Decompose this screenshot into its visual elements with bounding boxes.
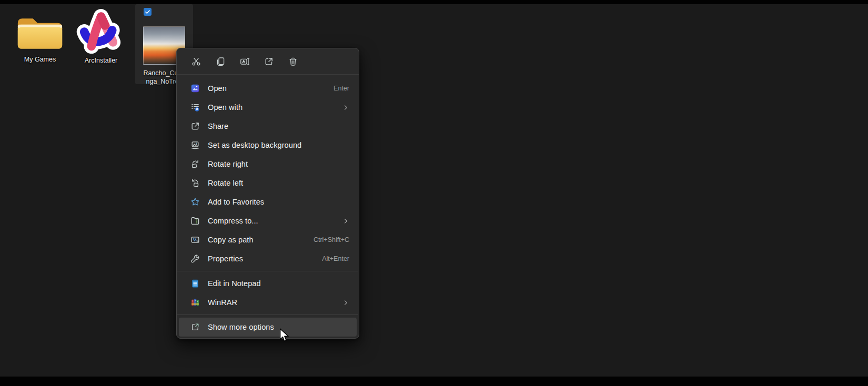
menu-item-label: Show more options: [208, 323, 349, 331]
menu-item-label: Set as desktop background: [208, 141, 349, 149]
menu-item-label: Open: [208, 84, 334, 93]
cut-icon: [191, 56, 201, 67]
menu-item-label: Add to Favorites: [208, 198, 349, 206]
menu-item-show-more-options[interactable]: Show more options: [179, 318, 357, 337]
chevron-right-icon: [342, 104, 349, 111]
rotate-left-icon: [190, 178, 200, 188]
menu-item-rotate-left[interactable]: Rotate left: [179, 174, 357, 192]
menu-item-label: Rotate right: [208, 160, 349, 168]
menu-item-label: Share: [208, 122, 349, 130]
menu-item-set-as-desktop-background[interactable]: Set as desktop background: [179, 136, 357, 155]
menu-item-shortcut: Enter: [334, 85, 349, 92]
arc-logo-icon: [76, 5, 126, 54]
menu-separator: [177, 271, 358, 271]
menu-item-shortcut: Ctrl+Shift+C: [314, 236, 349, 243]
menu-item-properties[interactable]: Properties Alt+Enter: [179, 249, 357, 268]
share-button[interactable]: [261, 54, 277, 69]
menu-item-copy-as-path[interactable]: Copy as path Ctrl+Shift+C: [179, 230, 357, 249]
rename-button[interactable]: [237, 54, 253, 69]
mouse-cursor: [279, 328, 289, 342]
menu-item-edit-in-notepad[interactable]: Edit in Notepad: [179, 274, 357, 293]
winrar-icon: [190, 297, 200, 308]
menu-item-add-to-favorites[interactable]: Add to Favorites: [179, 192, 357, 211]
delete-icon: [288, 56, 298, 67]
set-background-icon: [190, 140, 200, 150]
menu-item-label: Edit in Notepad: [208, 279, 349, 288]
share-icon: [264, 56, 274, 67]
context-menu-toolbar: [177, 48, 359, 75]
menu-item-shortcut: Alt+Enter: [322, 255, 349, 262]
menu-item-label: Rotate left: [208, 179, 349, 187]
desktop-background[interactable]: My Games ArcInstaller: [0, 4, 868, 377]
menu-separator: [177, 314, 358, 315]
folder-icon: [16, 12, 64, 53]
photos-app-icon: [190, 83, 200, 94]
menu-item-label: Open with: [208, 103, 338, 111]
cut-button[interactable]: [188, 54, 204, 69]
screen: My Games ArcInstaller: [0, 0, 868, 386]
chevron-right-icon: [342, 299, 349, 306]
menu-item-open[interactable]: Open Enter: [179, 79, 357, 98]
copy-path-icon: [190, 235, 200, 245]
chevron-right-icon: [342, 217, 349, 225]
properties-wrench-icon: [190, 253, 200, 264]
favorites-star-icon: [190, 197, 200, 207]
notepad-icon: [190, 278, 200, 289]
menu-item-label: Properties: [208, 255, 322, 263]
menu-item-label: WinRAR: [208, 298, 338, 307]
context-menu: Open Enter Open with Share Set as deskto…: [176, 48, 359, 339]
share-icon: [190, 121, 200, 131]
desktop-icon-label: ArcInstaller: [85, 57, 118, 64]
desktop-icon-arcinstaller[interactable]: ArcInstaller: [75, 5, 127, 64]
menu-item-open-with[interactable]: Open with: [179, 98, 357, 117]
menu-item-label: Copy as path: [208, 236, 314, 244]
rotate-right-icon: [190, 159, 200, 169]
rename-icon: [239, 56, 250, 67]
compress-icon: [190, 216, 200, 226]
desktop-icon-label: My Games: [24, 56, 56, 63]
context-menu-items: Open Enter Open with Share Set as deskto…: [177, 75, 359, 338]
delete-button[interactable]: [285, 54, 301, 69]
desktop-icon-my-games[interactable]: My Games: [12, 12, 68, 63]
menu-item-label: Compress to...: [208, 217, 338, 225]
copy-icon: [215, 56, 226, 67]
menu-item-share[interactable]: Share: [179, 117, 357, 136]
menu-item-winrar[interactable]: WinRAR: [179, 293, 357, 312]
show-more-icon: [190, 322, 200, 332]
menu-item-rotate-right[interactable]: Rotate right: [179, 155, 357, 174]
copy-button[interactable]: [213, 54, 228, 69]
open-with-icon: [190, 102, 200, 113]
menu-item-compress-to[interactable]: Compress to...: [179, 211, 357, 230]
selection-checkbox[interactable]: [144, 8, 152, 16]
